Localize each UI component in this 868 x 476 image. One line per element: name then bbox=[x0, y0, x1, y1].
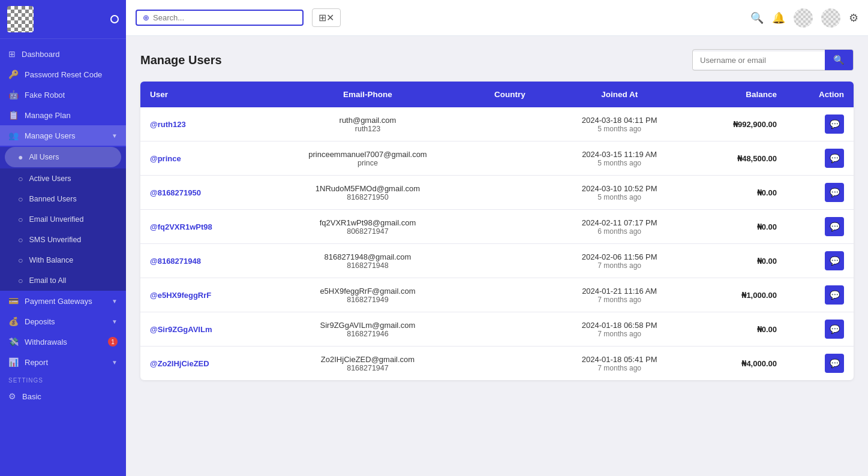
cell-action: 💬 bbox=[786, 107, 854, 141]
cell-joined: 2024-03-10 10:52 PM 5 months ago bbox=[548, 176, 691, 210]
sidebar-item-all-users[interactable]: ● All Users bbox=[5, 147, 121, 167]
sidebar-item-report[interactable]: 📊 Report ▼ bbox=[0, 352, 126, 372]
cell-balance: ₦0.00 bbox=[691, 244, 786, 278]
joined-date: 2024-01-18 05:41 PM bbox=[557, 355, 681, 364]
sidebar-item-email-unverified[interactable]: ○ Email Unverified bbox=[0, 209, 126, 230]
joined-ago: 7 months ago bbox=[557, 296, 681, 304]
cell-country bbox=[472, 244, 548, 278]
search-input[interactable] bbox=[153, 13, 296, 22]
sidebar-item-email-to-all[interactable]: ○ Email to All bbox=[0, 270, 126, 291]
sidebar-item-withdrawals[interactable]: 💸 Withdrawals 1 bbox=[0, 332, 126, 352]
settings-icon[interactable]: ⚙ bbox=[849, 11, 858, 25]
sidebar-item-with-balance[interactable]: ○ With Balance bbox=[0, 250, 126, 270]
action-button[interactable]: 💬 bbox=[825, 183, 844, 202]
user-link[interactable]: @prince bbox=[150, 154, 181, 163]
sidebar-item-dashboard[interactable]: ⊞ Dashboard bbox=[0, 44, 126, 64]
user-link[interactable]: @ruth123 bbox=[150, 120, 186, 129]
sidebar-item-payment-gateways[interactable]: 💳 Payment Gateways ▼ bbox=[0, 291, 126, 311]
joined-date: 2024-03-15 11:19 AM bbox=[557, 150, 681, 159]
withdraw-icon: 💸 bbox=[8, 337, 19, 347]
action-button[interactable]: 💬 bbox=[825, 217, 844, 236]
chevron-right-icon: ▼ bbox=[112, 359, 118, 366]
action-button[interactable]: 💬 bbox=[825, 115, 844, 134]
sidebar-item-label: Withdrawals bbox=[25, 338, 67, 347]
sidebar-item-manage-users[interactable]: 👥 Manage Users ▼ bbox=[0, 125, 126, 146]
sidebar-item-label: Report bbox=[25, 358, 48, 367]
col-user: User bbox=[140, 82, 263, 107]
user-link[interactable]: @fq2VXR1wPt98 bbox=[150, 222, 212, 231]
joined-ago: 5 months ago bbox=[557, 159, 681, 167]
action-button[interactable]: 💬 bbox=[825, 320, 844, 339]
col-email-phone: Email-Phone bbox=[263, 82, 471, 107]
sidebar-item-fake-robot[interactable]: 🤖 Fake Robot bbox=[0, 85, 126, 105]
table-row: @ruth123 ruth@gmail.com ruth123 2024-03-… bbox=[140, 107, 854, 141]
search-header-icon[interactable]: 🔍 bbox=[750, 11, 764, 25]
user-phone: 8168271948 bbox=[273, 261, 462, 270]
cell-user: @8168271950 bbox=[140, 176, 263, 210]
sidebar-item-label: Manage Plan bbox=[25, 111, 71, 120]
cell-country bbox=[472, 347, 548, 381]
table-row: @8168271950 1NRudoM5FMOd@gmail.com 81682… bbox=[140, 176, 854, 210]
user-search-input[interactable] bbox=[693, 52, 825, 69]
top-header: ⊕ ⊞✕ 🔍 🔔 ⚙ bbox=[126, 0, 868, 36]
user-link[interactable]: @Zo2IHjCieZED bbox=[150, 359, 209, 368]
avatar-secondary[interactable] bbox=[821, 8, 840, 28]
action-button[interactable]: 💬 bbox=[825, 149, 844, 168]
table-row: @Sir9ZGgAVILm Sir9ZGgAVILm@gmail.com 816… bbox=[140, 312, 854, 347]
user-link[interactable]: @8168271950 bbox=[150, 188, 201, 197]
sidebar-item-deposits[interactable]: 💰 Deposits ▼ bbox=[0, 311, 126, 332]
cell-joined: 2024-03-18 04:11 PM 5 months ago bbox=[548, 107, 691, 141]
sidebar-item-label: Deposits bbox=[25, 317, 55, 326]
basic-icon: ⚙ bbox=[8, 391, 16, 401]
cell-country bbox=[472, 141, 548, 176]
sidebar-item-label: SMS Unverified bbox=[29, 236, 81, 244]
cell-joined: 2024-02-06 11:56 PM 7 months ago bbox=[548, 244, 691, 278]
sidebar-item-sms-unverified[interactable]: ○ SMS Unverified bbox=[0, 230, 126, 250]
status-circle bbox=[110, 15, 119, 23]
table-body: @ruth123 ruth@gmail.com ruth123 2024-03-… bbox=[140, 107, 854, 380]
table-row: @fq2VXR1wPt98 fq2VXR1wPt98@gmail.com 806… bbox=[140, 210, 854, 244]
joined-ago: 7 months ago bbox=[557, 364, 681, 372]
withdrawal-badge: 1 bbox=[108, 337, 118, 347]
action-button[interactable]: 💬 bbox=[825, 285, 844, 305]
user-link[interactable]: @e5HX9feggRrF bbox=[150, 291, 211, 300]
user-email: 1NRudoM5FMOd@gmail.com bbox=[273, 184, 462, 193]
cell-action: 💬 bbox=[786, 278, 854, 312]
sidebar-item-label: Active Users bbox=[29, 174, 71, 183]
cell-joined: 2024-01-18 06:58 PM 7 months ago bbox=[548, 312, 691, 347]
user-email: Sir9ZGgAVILm@gmail.com bbox=[273, 321, 462, 330]
cell-user: @fq2VXR1wPt98 bbox=[140, 210, 263, 244]
sidebar-item-active-users[interactable]: ○ Active Users bbox=[0, 168, 126, 189]
payment-icon: 💳 bbox=[8, 296, 19, 306]
sidebar-item-manage-plan[interactable]: 📋 Manage Plan bbox=[0, 105, 126, 125]
cell-balance: ₦4,000.00 bbox=[691, 347, 786, 381]
search-box[interactable]: ⊕ bbox=[136, 10, 304, 26]
header-right: 🔍 🔔 ⚙ bbox=[750, 8, 858, 28]
grid-toggle-button[interactable]: ⊞✕ bbox=[312, 8, 341, 27]
user-link[interactable]: @8168271948 bbox=[150, 257, 201, 266]
page-title: Manage Users bbox=[140, 53, 222, 67]
sidebar-item-basic[interactable]: ⚙ Basic bbox=[0, 386, 126, 406]
user-email: e5HX9feggRrF@gmail.com bbox=[273, 287, 462, 296]
sidebar-item-password-reset[interactable]: 🔑 Password Reset Code bbox=[0, 64, 126, 85]
action-button[interactable]: 💬 bbox=[825, 354, 844, 373]
sidebar-item-banned-users[interactable]: ○ Banned Users bbox=[0, 189, 126, 209]
plan-icon: 📋 bbox=[8, 110, 19, 120]
user-link[interactable]: @Sir9ZGgAVILm bbox=[150, 325, 212, 334]
user-search-button[interactable]: 🔍 bbox=[825, 50, 853, 70]
avatar[interactable] bbox=[794, 8, 813, 28]
user-phone: 8168271949 bbox=[273, 296, 462, 304]
table-row: @8168271948 8168271948@gmail.com 8168271… bbox=[140, 244, 854, 278]
chevron-right-icon: ▼ bbox=[112, 298, 118, 305]
cell-country bbox=[472, 176, 548, 210]
cell-joined: 2024-03-15 11:19 AM 5 months ago bbox=[548, 141, 691, 176]
notification-icon[interactable]: 🔔 bbox=[772, 11, 785, 25]
cell-email-phone: princeemmanuel7007@gmail.com prince bbox=[263, 141, 471, 176]
cell-balance: ₦1,000.00 bbox=[691, 278, 786, 312]
action-button[interactable]: 💬 bbox=[825, 251, 844, 270]
cell-email-phone: e5HX9feggRrF@gmail.com 8168271949 bbox=[263, 278, 471, 312]
sidebar-item-label: Email to All bbox=[29, 276, 66, 285]
search-icon: ⊕ bbox=[143, 13, 149, 22]
sidebar-item-label: With Balance bbox=[29, 256, 73, 264]
user-phone: 8168271946 bbox=[273, 330, 462, 338]
